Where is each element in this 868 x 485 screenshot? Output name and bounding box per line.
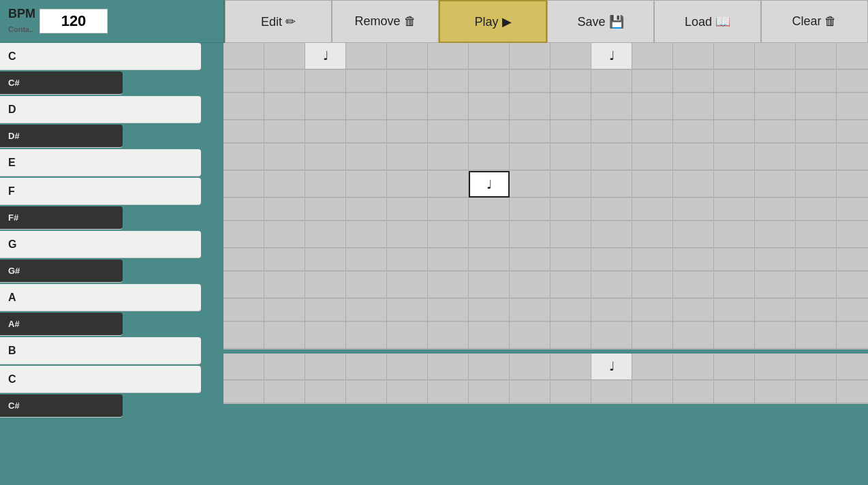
grid-cell[interactable] <box>387 43 428 69</box>
grid-cell[interactable] <box>428 272 469 298</box>
piano-key-C-12[interactable]: C <box>0 366 201 393</box>
grid-cell[interactable] <box>305 354 346 380</box>
grid-cell[interactable] <box>551 70 591 93</box>
grid-cell[interactable] <box>428 43 469 69</box>
grid-cell[interactable] <box>510 221 551 248</box>
grid-cell[interactable] <box>632 322 673 349</box>
grid-cell[interactable] <box>796 144 837 170</box>
grid-cell[interactable] <box>755 221 796 248</box>
grid-cell[interactable] <box>305 121 346 143</box>
grid-cell[interactable] <box>428 144 469 170</box>
grid-cell[interactable] <box>305 144 346 170</box>
grid-cell[interactable] <box>837 354 868 380</box>
grid-cell[interactable] <box>837 70 868 93</box>
grid-cell[interactable] <box>469 249 510 271</box>
bpm-input[interactable] <box>40 9 108 33</box>
piano-key-Gsharp-8[interactable]: G# <box>0 260 123 283</box>
grid-cell[interactable] <box>755 70 796 93</box>
grid-cell[interactable] <box>714 221 755 248</box>
grid-cell[interactable] <box>223 70 264 93</box>
grid-cell[interactable] <box>428 381 469 403</box>
grid-cell[interactable] <box>755 272 796 298</box>
grid-cell[interactable] <box>428 93 469 120</box>
piano-key-G-7[interactable]: G <box>0 231 201 258</box>
grid-cell[interactable] <box>305 70 346 93</box>
grid-cell[interactable] <box>714 299 755 322</box>
grid-cell[interactable] <box>469 43 510 69</box>
grid-cell[interactable] <box>714 144 755 170</box>
grid-cell[interactable] <box>591 299 632 322</box>
grid-cell[interactable] <box>632 299 673 322</box>
grid-cell[interactable] <box>837 272 868 298</box>
grid-cell[interactable] <box>551 93 591 120</box>
grid-cell[interactable] <box>551 272 591 298</box>
grid-cell[interactable] <box>551 221 591 248</box>
piano-key-D-2[interactable]: D <box>0 96 201 123</box>
grid-cell[interactable] <box>510 93 551 120</box>
grid-cell[interactable] <box>428 354 469 380</box>
grid-cell[interactable] <box>632 198 673 221</box>
grid-cell[interactable] <box>346 354 387 380</box>
grid-cell[interactable] <box>428 322 469 349</box>
grid-cell[interactable] <box>837 144 868 170</box>
grid-cell[interactable] <box>591 93 632 120</box>
grid-cell[interactable] <box>837 381 868 403</box>
grid-cell[interactable] <box>551 249 591 271</box>
grid-cell[interactable] <box>387 198 428 221</box>
grid-cell[interactable] <box>346 144 387 170</box>
grid-cell[interactable] <box>264 221 305 248</box>
grid-cell[interactable] <box>346 221 387 248</box>
grid-cell[interactable] <box>551 43 591 69</box>
grid-cell[interactable] <box>755 249 796 271</box>
piano-key-Dsharp-3[interactable]: D# <box>0 125 123 148</box>
grid-cell[interactable] <box>387 354 428 380</box>
grid-cell[interactable] <box>469 221 510 248</box>
grid-cell[interactable] <box>305 249 346 271</box>
grid-cell[interactable] <box>305 322 346 349</box>
grid-cell[interactable] <box>428 198 469 221</box>
grid-cell[interactable] <box>346 93 387 120</box>
note-grid[interactable]: ♩♩♩♩ <box>223 43 868 485</box>
grid-cell[interactable] <box>264 70 305 93</box>
grid-cell[interactable] <box>387 249 428 271</box>
grid-cell[interactable] <box>591 171 632 198</box>
grid-cell[interactable] <box>223 221 264 248</box>
grid-cell[interactable] <box>632 43 673 69</box>
grid-cell[interactable] <box>264 299 305 322</box>
grid-cell[interactable] <box>796 381 837 403</box>
grid-cell[interactable] <box>591 322 632 349</box>
grid-cell[interactable] <box>673 93 714 120</box>
remove-button[interactable]: Remove 🗑 <box>332 0 439 43</box>
grid-cell[interactable] <box>469 121 510 143</box>
grid-cell[interactable] <box>510 272 551 298</box>
grid-cell[interactable] <box>591 381 632 403</box>
grid-cell[interactable] <box>591 198 632 221</box>
grid-cell[interactable] <box>264 198 305 221</box>
grid-cell[interactable] <box>469 272 510 298</box>
grid-cell[interactable] <box>755 322 796 349</box>
grid-cell[interactable] <box>346 249 387 271</box>
grid-cell[interactable] <box>346 121 387 143</box>
grid-cell[interactable] <box>632 144 673 170</box>
grid-cell[interactable] <box>755 171 796 198</box>
grid-cell[interactable] <box>305 299 346 322</box>
grid-cell[interactable] <box>632 249 673 271</box>
grid-cell[interactable] <box>223 93 264 120</box>
grid-cell[interactable] <box>591 144 632 170</box>
grid-cell[interactable] <box>796 322 837 349</box>
grid-cell[interactable] <box>346 272 387 298</box>
grid-cell[interactable] <box>510 249 551 271</box>
grid-cell[interactable] <box>673 322 714 349</box>
grid-cell[interactable] <box>551 121 591 143</box>
grid-cell[interactable] <box>714 198 755 221</box>
grid-cell[interactable] <box>551 171 591 198</box>
grid-cell[interactable] <box>387 121 428 143</box>
grid-cell[interactable] <box>551 322 591 349</box>
grid-cell[interactable] <box>428 171 469 198</box>
grid-cell[interactable] <box>510 70 551 93</box>
grid-cell[interactable] <box>305 272 346 298</box>
grid-cell[interactable] <box>632 93 673 120</box>
grid-cell[interactable] <box>714 272 755 298</box>
grid-cell[interactable] <box>510 322 551 349</box>
grid-cell[interactable] <box>714 70 755 93</box>
